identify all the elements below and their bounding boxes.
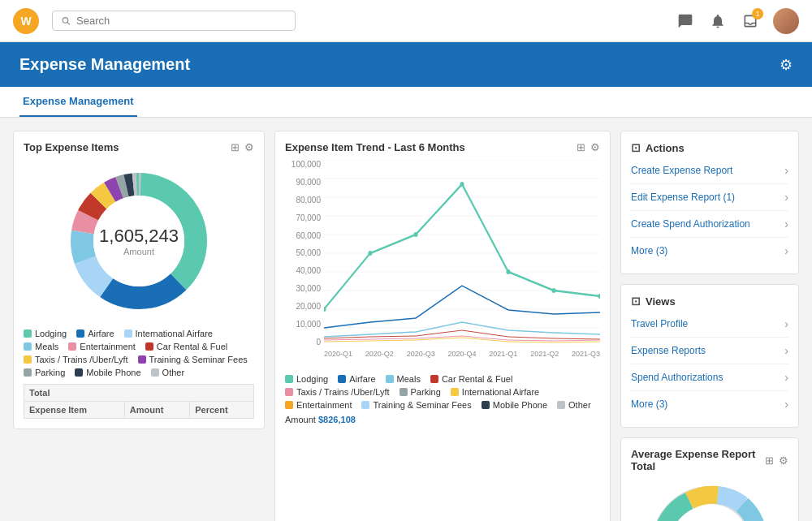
col-amount: Amount (124, 402, 189, 419)
amount-label: Amount $826,108 (285, 415, 600, 424)
view-expense-reports[interactable]: Expense Reports › (631, 338, 788, 364)
svg-point-0 (63, 17, 68, 23)
view-spend-auth[interactable]: Spend Authorizations › (631, 364, 788, 391)
svg-point-26 (368, 251, 372, 256)
chat-icon-button[interactable] (676, 11, 695, 31)
top-expense-items-title: Top Expense Items (24, 141, 119, 153)
left-column: Top Expense Items ⊞ ⚙ (13, 131, 265, 521)
avg-settings-icon[interactable]: ⚙ (779, 454, 788, 467)
svg-point-28 (460, 182, 464, 187)
legend-other: Other (151, 368, 185, 377)
action-create-spend[interactable]: Create Spend Authorization › (631, 211, 788, 238)
chevron-icon: › (784, 398, 788, 411)
actions-icon: ⊡ (631, 141, 641, 154)
action-more[interactable]: More (3) › (631, 238, 788, 264)
chevron-icon: › (784, 164, 788, 177)
bell-icon-button[interactable] (708, 11, 728, 31)
legend-intl-airfare: International Airfare (124, 329, 213, 338)
avg-report-card: Average Expense Report Total ⊞ ⚙ (620, 437, 799, 521)
header-settings-icon[interactable]: ⚙ (780, 56, 793, 74)
inbox-badge: 1 (752, 8, 763, 19)
views-list: Travel Profile › Expense Reports › Spend… (631, 311, 788, 417)
action-edit-expense[interactable]: Edit Expense Report (1) › (631, 184, 788, 211)
right-column: ⊡ Actions Create Expense Report › Edit E… (620, 131, 799, 521)
donut-total-value: 1,605,243 (99, 226, 179, 247)
expense-legend: Lodging Airfare International Airfare Me… (24, 329, 254, 377)
page-title: Expense Management (19, 55, 190, 74)
svg-point-29 (506, 269, 510, 274)
avg-report-title: Average Expense Report Total (631, 448, 765, 472)
actions-list: Create Expense Report › Edit Expense Rep… (631, 157, 788, 264)
settings-icon[interactable]: ⚙ (244, 141, 254, 153)
avg-filter-icon[interactable]: ⊞ (765, 454, 774, 467)
trend-settings-icon[interactable]: ⚙ (590, 141, 600, 153)
legend-taxis: Taxis / Trains /Uber/Lyft (24, 355, 128, 364)
trend-legend-airfare: Airfare (338, 374, 375, 384)
legend-entertainment: Entertainment (68, 342, 135, 351)
trend-legend-entertainment: Entertainment (285, 400, 352, 410)
trend-legend: Lodging Airfare Meals Car Rental & Fuel … (285, 374, 600, 410)
search-input[interactable] (76, 15, 287, 27)
trend-legend-mobile: Mobile Phone (482, 400, 547, 410)
legend-lodging: Lodging (24, 329, 67, 338)
svg-point-30 (552, 288, 556, 293)
actions-section-header: ⊡ Actions (631, 141, 788, 154)
col-percent: Percent (190, 402, 254, 419)
legend-airfare: Airfare (76, 329, 114, 338)
legend-mobile: Mobile Phone (75, 368, 140, 377)
legend-meals: Meals (24, 342, 58, 351)
chevron-icon: › (784, 244, 788, 257)
search-bar[interactable] (52, 11, 296, 31)
trend-legend-parking: Parking (400, 387, 441, 397)
col-expense-item: Expense Item (24, 402, 125, 419)
avg-donut-chart (631, 479, 788, 521)
trend-card-icons[interactable]: ⊞ ⚙ (577, 141, 600, 153)
y-axis: 100,00090,00080,00070,000 60,00050,00040… (285, 160, 321, 347)
trend-legend-other: Other (557, 400, 591, 410)
donut-center: 1,605,243 Amount (99, 226, 179, 256)
expense-table: Total Expense Item Amount Percent (24, 384, 254, 419)
filter-icon[interactable]: ⊞ (231, 141, 240, 153)
svg-line-1 (67, 22, 70, 24)
chevron-icon: › (784, 371, 788, 384)
trend-legend-car: Car Rental & Fuel (430, 374, 512, 384)
tab-expense-management[interactable]: Expense Management (19, 87, 137, 117)
donut-label: Amount (99, 247, 179, 256)
x-axis: 2020-Q12020-Q22020-Q32020-Q42021-Q12021-… (324, 347, 600, 371)
trend-legend-training: Training & Seminar Fees (361, 400, 471, 410)
middle-column: Expense Item Trend - Last 6 Months ⊞ ⚙ 1… (274, 131, 611, 521)
view-more[interactable]: More (3) › (631, 391, 788, 417)
svg-point-31 (598, 294, 600, 299)
amount-value: $826,108 (318, 415, 356, 424)
svg-point-27 (414, 232, 418, 237)
view-travel-profile[interactable]: Travel Profile › (631, 311, 788, 338)
top-navigation: W 1 (0, 0, 812, 42)
actions-card: ⊡ Actions Create Expense Report › Edit E… (620, 131, 799, 274)
legend-parking: Parking (24, 368, 65, 377)
views-title: Views (646, 295, 676, 308)
views-icon: ⊡ (631, 295, 641, 308)
action-create-expense[interactable]: Create Expense Report › (631, 157, 788, 184)
avg-card-icons[interactable]: ⊞ ⚙ (765, 454, 788, 467)
views-card: ⊡ Views Travel Profile › Expense Reports… (620, 284, 799, 428)
trend-legend-intl: International Airfare (451, 387, 539, 397)
chevron-icon: › (784, 217, 788, 230)
trend-card-header: Expense Item Trend - Last 6 Months ⊞ ⚙ (285, 141, 600, 153)
inbox-icon-button[interactable]: 1 (741, 11, 760, 31)
user-avatar[interactable] (773, 8, 799, 34)
chevron-icon: › (784, 344, 788, 357)
trend-chart-card: Expense Item Trend - Last 6 Months ⊞ ⚙ 1… (274, 131, 611, 521)
workday-logo[interactable]: W (13, 8, 39, 34)
trend-legend-taxis: Taxis / Trains /Uber/Lyft (285, 387, 390, 397)
trend-filter-icon[interactable]: ⊞ (577, 141, 585, 153)
table-header-total: Total (24, 385, 254, 402)
search-icon (61, 15, 71, 27)
chart-plot (324, 160, 600, 347)
legend-car-rental: Car Rental & Fuel (145, 342, 227, 351)
card-header: Top Expense Items ⊞ ⚙ (24, 141, 254, 153)
card-action-icons[interactable]: ⊞ ⚙ (231, 141, 254, 153)
nav-icons: 1 (676, 8, 799, 34)
trend-legend-meals: Meals (386, 374, 421, 384)
actions-title: Actions (646, 142, 685, 154)
donut-chart: 1,605,243 Amount (24, 160, 254, 322)
